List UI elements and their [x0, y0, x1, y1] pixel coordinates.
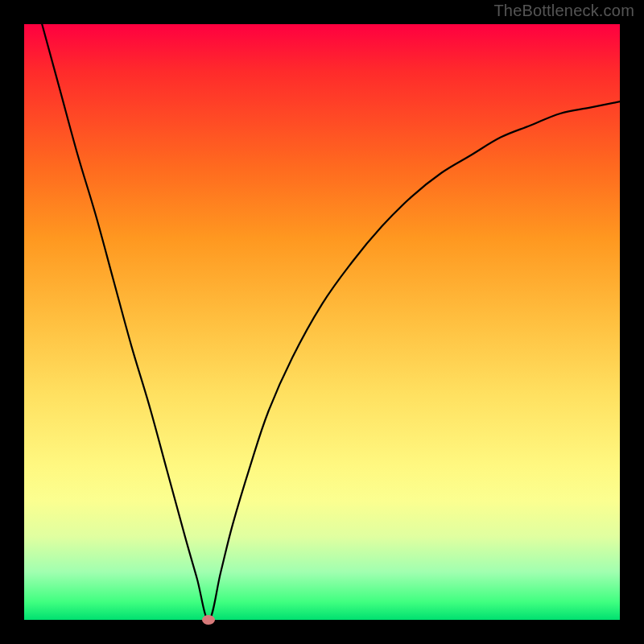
chart-frame: TheBottleneck.com [0, 0, 644, 644]
optimum-marker [202, 615, 215, 625]
bottleneck-curve [24, 24, 620, 620]
watermark-text: TheBottleneck.com [493, 2, 634, 20]
plot-area [24, 24, 620, 620]
